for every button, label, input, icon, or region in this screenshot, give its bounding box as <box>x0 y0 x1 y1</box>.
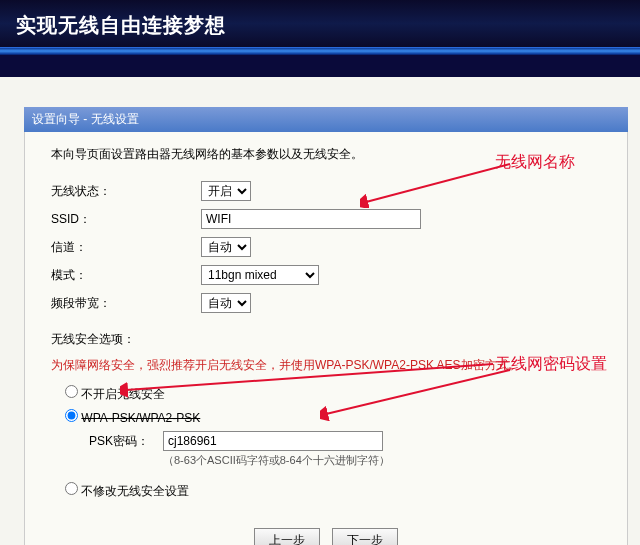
security-tip: 为保障网络安全，强烈推荐开启无线安全，并使用WPA-PSK/WPA2-PSK A… <box>51 356 601 375</box>
decor-blue-bar <box>0 47 640 55</box>
radio-wpa-psk[interactable] <box>65 409 78 422</box>
radio-disable-security[interactable] <box>65 385 78 398</box>
radio-disable-label: 不开启无线安全 <box>81 387 165 401</box>
header-title: 实现无线自由连接梦想 <box>16 14 226 36</box>
label-psk: PSK密码： <box>89 433 153 450</box>
radio-row-wpa[interactable]: WPA-PSK/WPA2-PSK <box>65 409 601 425</box>
input-psk-password[interactable] <box>163 431 383 451</box>
instruction-text: 本向导页面设置路由器无线网络的基本参数以及无线安全。 <box>51 146 601 163</box>
psk-hint: （8-63个ASCII码字符或8-64个十六进制字符） <box>163 453 601 468</box>
radio-wpa-label: WPA-PSK/WPA2-PSK <box>81 411 200 425</box>
radio-no-change[interactable] <box>65 482 78 495</box>
panel-body: 本向导页面设置路由器无线网络的基本参数以及无线安全。 无线状态： 开启 SSID… <box>24 132 628 545</box>
label-bandwidth: 频段带宽： <box>51 295 201 312</box>
label-ssid: SSID： <box>51 211 201 228</box>
decor-dark-bar <box>0 55 640 77</box>
select-bandwidth[interactable]: 自动 <box>201 293 251 313</box>
select-mode[interactable]: 11bgn mixed <box>201 265 319 285</box>
radio-row-disable[interactable]: 不开启无线安全 <box>65 385 601 403</box>
label-mode: 模式： <box>51 267 201 284</box>
panel-title: 设置向导 - 无线设置 <box>24 107 628 132</box>
radio-row-nochange[interactable]: 不修改无线安全设置 <box>65 482 601 500</box>
label-security-header: 无线安全选项： <box>51 331 601 348</box>
input-ssid[interactable] <box>201 209 421 229</box>
label-wireless-state: 无线状态： <box>51 183 201 200</box>
radio-nochange-label: 不修改无线安全设置 <box>81 484 189 498</box>
page-header: 实现无线自由连接梦想 <box>0 0 640 47</box>
next-button[interactable]: 下一步 <box>332 528 398 545</box>
label-channel: 信道： <box>51 239 201 256</box>
prev-button[interactable]: 上一步 <box>254 528 320 545</box>
select-wireless-state[interactable]: 开启 <box>201 181 251 201</box>
select-channel[interactable]: 自动 <box>201 237 251 257</box>
